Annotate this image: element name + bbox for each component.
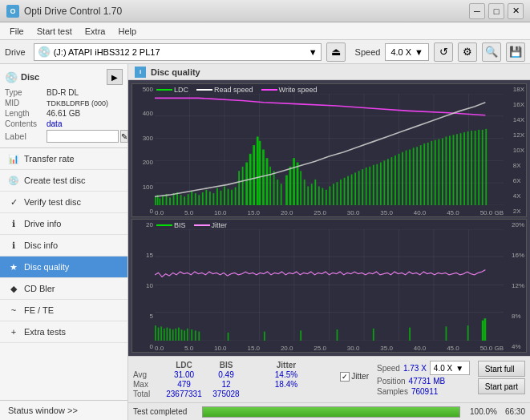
- speed-row-value: 1.73 X: [403, 364, 427, 373]
- jitter-checkbox-area: ✓ Jitter: [340, 361, 369, 382]
- save-button[interactable]: 💾: [506, 42, 525, 62]
- svg-rect-64: [330, 186, 331, 205]
- sidebar-item-disc-info[interactable]: ℹ Disc info: [0, 235, 127, 256]
- svg-rect-48: [269, 167, 271, 205]
- position-row: Position 47731 MB: [377, 377, 470, 386]
- sidebar-item-transfer-rate[interactable]: 📊 Transfer rate: [0, 148, 127, 170]
- status-window-button[interactable]: Status window >>: [0, 401, 127, 420]
- svg-rect-146: [484, 318, 487, 341]
- disc-contents-row: Contents data: [5, 119, 123, 128]
- menu-extra[interactable]: Extra: [79, 25, 112, 38]
- sidebar-item-extra-tests[interactable]: + Extra tests: [0, 321, 127, 343]
- sidebar-item-fe-te[interactable]: ~ FE / TE: [0, 300, 127, 321]
- chart2-y-axis-left: 20 15 10 5 0: [132, 220, 155, 352]
- svg-rect-137: [228, 333, 229, 341]
- svg-rect-96: [446, 136, 447, 205]
- svg-rect-23: [180, 195, 182, 205]
- svg-rect-85: [406, 151, 407, 205]
- svg-rect-81: [391, 157, 393, 205]
- sidebar-item-cd-bler[interactable]: ◆ CD Bler: [0, 278, 127, 300]
- scan-button[interactable]: 🔍: [482, 42, 501, 62]
- total-bis: 375028: [206, 390, 246, 398]
- svg-rect-50: [277, 180, 278, 205]
- svg-rect-131: [181, 329, 183, 341]
- label-edit-button[interactable]: ✎: [120, 130, 128, 143]
- svg-rect-83: [399, 154, 400, 205]
- svg-rect-34: [220, 191, 222, 205]
- settings-button[interactable]: ⚙: [458, 42, 477, 62]
- sidebar-item-disc-quality[interactable]: ★ Disc quality: [0, 256, 127, 278]
- svg-rect-62: [322, 188, 323, 205]
- menu-start-test[interactable]: Start test: [30, 25, 79, 38]
- start-full-button[interactable]: Start full: [478, 361, 525, 377]
- svg-rect-100: [460, 133, 462, 205]
- svg-rect-54: [293, 158, 295, 205]
- svg-rect-38: [235, 188, 237, 205]
- svg-rect-105: [478, 130, 479, 205]
- sidebar-item-verify-test-disc[interactable]: ✓ Verify test disc: [0, 192, 127, 213]
- svg-rect-30: [205, 190, 207, 205]
- svg-rect-97: [449, 135, 451, 205]
- minimize-button[interactable]: ─: [469, 3, 485, 19]
- disc-title: Disc: [21, 72, 39, 82]
- verify-test-disc-label: Verify test disc: [24, 197, 81, 207]
- svg-rect-145: [482, 321, 484, 341]
- svg-rect-89: [420, 145, 422, 205]
- svg-rect-22: [176, 192, 178, 205]
- svg-rect-47: [266, 158, 269, 205]
- progress-bar-container: Test completed 100.0% 66:30: [128, 402, 530, 420]
- speed-dropdown[interactable]: 4.0 X ▼: [430, 361, 470, 375]
- speed-select[interactable]: 4.0 X ▼: [385, 43, 429, 61]
- stats-table: LDC BIS Jitter Avg 31.00 0.49 14.5%: [133, 361, 335, 398]
- position-label: Position: [377, 377, 406, 386]
- svg-rect-25: [188, 194, 189, 205]
- chart1-container: LDC Read speed Write speed 500 400 30: [131, 83, 527, 217]
- jitter-checkbox-label: Jitter: [351, 372, 369, 381]
- contents-value: data: [47, 119, 62, 128]
- svg-rect-29: [202, 192, 204, 205]
- menu-help[interactable]: Help: [111, 25, 143, 38]
- svg-rect-15: [155, 196, 156, 205]
- refresh-button[interactable]: ↺: [434, 42, 453, 62]
- svg-rect-134: [191, 329, 192, 341]
- svg-rect-84: [402, 152, 403, 205]
- sidebar-item-drive-info[interactable]: ℹ Drive info: [0, 213, 127, 235]
- svg-rect-60: [314, 180, 316, 205]
- status-window-label: Status window >>: [8, 406, 78, 415]
- max-label: Max: [133, 380, 162, 389]
- svg-rect-136: [198, 332, 200, 341]
- disc-panel-icon[interactable]: ▶: [107, 69, 123, 85]
- close-button[interactable]: ✕: [508, 3, 524, 19]
- window-controls: ─ □ ✕: [469, 3, 524, 19]
- mid-label: MID: [5, 99, 47, 107]
- drive-select[interactable]: 💿 (J:) ATAPI iHBS312 2 PL17 ▼: [34, 43, 322, 61]
- create-test-disc-label: Create test disc: [24, 176, 85, 185]
- svg-rect-36: [228, 189, 229, 205]
- avg-label: Avg: [133, 370, 162, 379]
- svg-rect-26: [191, 192, 192, 205]
- chart2-x-axis: 0.0 5.0 10.0 15.0 20.0 25.0 30.0 35.0 40…: [155, 345, 504, 352]
- start-part-button[interactable]: Start part: [478, 378, 525, 394]
- read-speed-legend-dot: [196, 89, 212, 91]
- eject-button[interactable]: ⏏: [326, 42, 346, 62]
- svg-rect-98: [453, 135, 455, 205]
- samples-label: Samples: [377, 387, 408, 396]
- jitter-checkbox[interactable]: ✓: [340, 372, 350, 382]
- disc-info-icon: ℹ: [8, 240, 19, 251]
- svg-rect-88: [416, 147, 418, 205]
- drive-info-label: Drive info: [24, 219, 61, 228]
- svg-rect-46: [262, 150, 265, 206]
- maximize-button[interactable]: □: [488, 3, 504, 19]
- menu-file[interactable]: File: [3, 25, 30, 38]
- sidebar-item-create-test-disc[interactable]: 💿 Create test disc: [0, 170, 127, 192]
- position-value: 47731 MB: [409, 377, 446, 386]
- window-title: Opti Drive Control 1.70: [24, 6, 469, 17]
- svg-rect-77: [376, 164, 378, 205]
- label-input[interactable]: [47, 130, 119, 143]
- svg-rect-45: [259, 141, 261, 205]
- label-label: Label: [5, 131, 47, 141]
- mid-value: TDKBLDRFB (000): [47, 99, 108, 107]
- chart1-x-axis: 0.0 5.0 10.0 15.0 20.0 25.0 30.0 35.0 40…: [155, 209, 504, 216]
- avg-ldc: 31.00: [162, 370, 206, 379]
- chart1-y-axis-right: 18X 16X 14X 12X 10X 8X 6X 4X 2X: [513, 84, 524, 216]
